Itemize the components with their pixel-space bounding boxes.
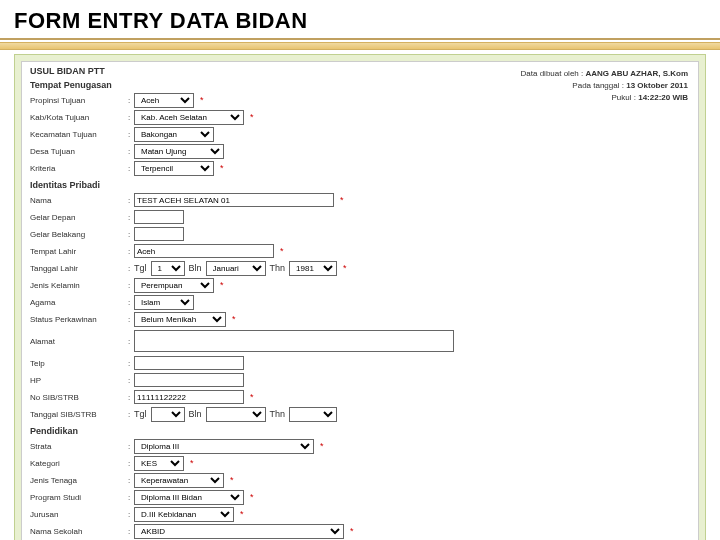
req-icon: *	[320, 441, 324, 451]
req-icon: *	[190, 458, 194, 468]
select-prodi[interactable]: Diploma III Bidan	[134, 490, 244, 505]
label-strata: Strata	[30, 442, 124, 451]
sublabel-tgl: Tgl	[134, 409, 147, 419]
label-tanggal-lahir: Tanggal Lahir	[30, 264, 124, 273]
req-icon: *	[250, 492, 254, 502]
req-icon: *	[343, 263, 347, 273]
label-hp: HP	[30, 376, 124, 385]
label-prodi: Program Studi	[30, 493, 124, 502]
form-panel: USUL BIDAN PTT Data dibuat oleh : AANG A…	[21, 61, 699, 540]
select-sib-tgl[interactable]	[151, 407, 185, 422]
req-icon: *	[250, 392, 254, 402]
req-icon: *	[200, 95, 204, 105]
label-sekolah: Nama Sekolah	[30, 527, 124, 536]
label-kategori: Kategori	[30, 459, 124, 468]
sublabel-tgl: Tgl	[134, 263, 147, 273]
meta-date: 13 Oktober 2011	[626, 81, 688, 90]
meta-created-by-label: Data dibuat oleh :	[521, 69, 584, 78]
label-nama: Nama	[30, 196, 124, 205]
section-pendidikan: Pendidikan	[30, 426, 690, 436]
label-jurusan: Jurusan	[30, 510, 124, 519]
label-desa: Desa Tujuan	[30, 147, 124, 156]
select-kec[interactable]: Bakongan	[134, 127, 214, 142]
req-icon: *	[232, 314, 236, 324]
input-tempat-lahir[interactable]	[134, 244, 274, 258]
stripe	[0, 42, 720, 50]
label-gelar-depan: Gelar Depan	[30, 213, 124, 222]
label-telp: Telp	[30, 359, 124, 368]
label-gelar-belakang: Gelar Belakang	[30, 230, 124, 239]
meta-time: 14:22:20 WIB	[638, 93, 688, 102]
form-container: USUL BIDAN PTT Data dibuat oleh : AANG A…	[14, 54, 706, 540]
sublabel-bln: Bln	[189, 263, 202, 273]
select-propinsi[interactable]: Aceh	[134, 93, 194, 108]
input-gelar-depan[interactable]	[134, 210, 184, 224]
label-status: Status Perkawinan	[30, 315, 124, 324]
select-jurusan[interactable]: D.III Kebidanan	[134, 507, 234, 522]
sublabel-bln: Bln	[189, 409, 202, 419]
label-kriteria: Kriteria	[30, 164, 124, 173]
select-jk[interactable]: Perempuan	[134, 278, 214, 293]
label-tgl-sib: Tanggal SIB/STRB	[30, 410, 124, 419]
input-no-sib[interactable]	[134, 390, 244, 404]
input-telp[interactable]	[134, 356, 244, 370]
meta-date-label: Pada tanggal :	[572, 81, 624, 90]
meta-time-label: Pukul :	[612, 93, 636, 102]
page-title: FORM ENTRY DATA BIDAN	[0, 0, 720, 34]
label-kab: Kab/Kota Tujuan	[30, 113, 124, 122]
req-icon: *	[350, 526, 354, 536]
input-hp[interactable]	[134, 373, 244, 387]
select-lahir-bln[interactable]: Januari	[206, 261, 266, 276]
meta-block: Data dibuat oleh : AANG ABU AZHAR, S.Kom…	[521, 68, 688, 104]
req-icon: *	[220, 280, 224, 290]
select-sekolah[interactable]: AKBID	[134, 524, 344, 539]
select-lahir-tgl[interactable]: 1	[151, 261, 185, 276]
select-jenis-tenaga[interactable]: Keperawatan	[134, 473, 224, 488]
label-tempat-lahir: Tempat Lahir	[30, 247, 124, 256]
label-jenis-tenaga: Jenis Tenaga	[30, 476, 124, 485]
req-icon: *	[230, 475, 234, 485]
select-strata[interactable]: Diploma III	[134, 439, 314, 454]
divider	[0, 38, 720, 40]
meta-created-by: AANG ABU AZHAR, S.Kom	[585, 69, 688, 78]
req-icon: *	[220, 163, 224, 173]
select-desa[interactable]: Matan Ujung	[134, 144, 224, 159]
label-jk: Jenis Kelamin	[30, 281, 124, 290]
select-lahir-thn[interactable]: 1981	[289, 261, 337, 276]
req-icon: *	[340, 195, 344, 205]
label-propinsi: Propinsi Tujuan	[30, 96, 124, 105]
select-kab[interactable]: Kab. Aceh Selatan	[134, 110, 244, 125]
sublabel-thn: Thn	[270, 409, 286, 419]
select-sib-bln[interactable]	[206, 407, 266, 422]
input-nama[interactable]	[134, 193, 334, 207]
select-sib-thn[interactable]	[289, 407, 337, 422]
input-gelar-belakang[interactable]	[134, 227, 184, 241]
req-icon: *	[240, 509, 244, 519]
select-status[interactable]: Belum Menikah	[134, 312, 226, 327]
label-kec: Kecamatan Tujuan	[30, 130, 124, 139]
textarea-alamat[interactable]	[134, 330, 454, 352]
req-icon: *	[250, 112, 254, 122]
req-icon: *	[280, 246, 284, 256]
select-agama[interactable]: Islam	[134, 295, 194, 310]
label-no-sib: No SIB/STRB	[30, 393, 124, 402]
sublabel-thn: Thn	[270, 263, 286, 273]
section-identitas: Identitas Pribadi	[30, 180, 690, 190]
label-agama: Agama	[30, 298, 124, 307]
label-alamat: Alamat	[30, 337, 124, 346]
select-kriteria[interactable]: Terpencil	[134, 161, 214, 176]
select-kategori[interactable]: KES	[134, 456, 184, 471]
